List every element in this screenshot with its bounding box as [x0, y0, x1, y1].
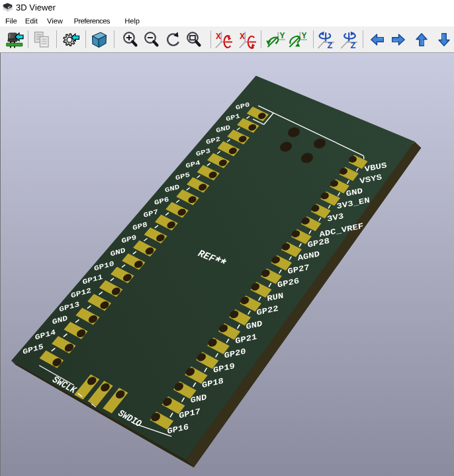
svg-text:X: X — [216, 32, 221, 41]
svg-text:Y: Y — [279, 31, 285, 40]
svg-text:Z: Z — [328, 40, 333, 49]
svg-text:X: X — [240, 32, 245, 41]
svg-text:Z: Z — [350, 40, 355, 49]
svg-text:Y: Y — [302, 31, 307, 40]
